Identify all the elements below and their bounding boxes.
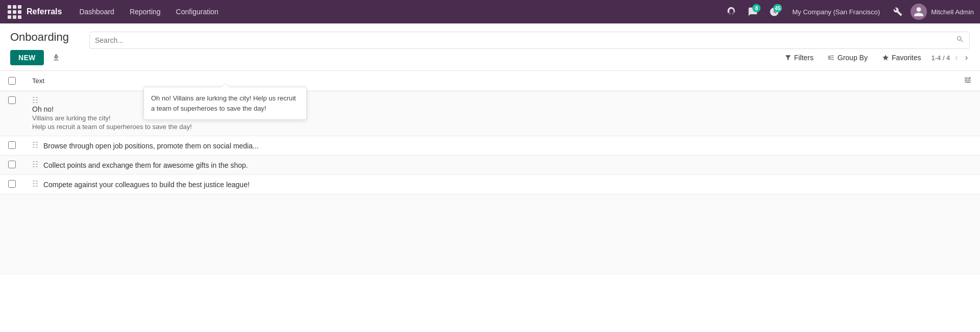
groupby-button[interactable]: Group By	[822, 50, 874, 65]
svg-rect-0	[33, 97, 35, 98]
download-button[interactable]	[48, 50, 64, 65]
row-handle-icon[interactable]	[32, 180, 38, 187]
row-text-line1: Oh no!	[32, 105, 947, 113]
row-checkbox[interactable]	[8, 96, 16, 104]
chat-badge: 8	[752, 4, 761, 12]
apps-menu-button[interactable]	[6, 4, 22, 20]
filters-label: Filters	[794, 54, 814, 62]
row-checkbox[interactable]	[8, 161, 16, 168]
toolbar: NEW Filters Group By Favorites 1-4 / 4 ‹…	[10, 50, 970, 70]
company-name[interactable]: My Company (San Francisco)	[787, 8, 885, 16]
page-title: Onboarding	[10, 31, 69, 44]
svg-rect-23	[36, 186, 38, 187]
svg-rect-7	[36, 142, 38, 143]
filters-button[interactable]: Filters	[778, 50, 820, 65]
svg-rect-22	[33, 186, 35, 187]
svg-rect-12	[33, 161, 35, 162]
column-adjust-icon[interactable]	[964, 78, 972, 86]
subheader: Onboarding NEW Filters Group By	[0, 23, 980, 71]
row-cell-text: Collect points and exchange them for awe…	[24, 156, 955, 175]
favorites-label: Favorites	[892, 54, 921, 62]
table-row[interactable]: Compete against your colleagues to build…	[0, 175, 980, 194]
row-handle-icon[interactable]	[32, 96, 38, 104]
svg-rect-2	[33, 99, 35, 100]
filter-controls: Filters Group By Favorites	[778, 50, 927, 65]
tooltip-trigger: Oh no! Villains are lurking the city! He…	[32, 105, 947, 131]
svg-rect-6	[33, 142, 35, 143]
pagination: 1-4 / 4 ‹ ›	[931, 52, 970, 63]
row-cell-text: Compete against your colleagues to build…	[24, 175, 955, 194]
table-row[interactable]: Oh no! Villains are lurking the city! He…	[0, 91, 980, 136]
row-text-line2: Villains are lurking the city!	[32, 114, 947, 122]
row-text: Browse through open job positions, promo…	[43, 142, 259, 150]
svg-rect-5	[36, 102, 38, 103]
chat-button[interactable]: 8	[744, 3, 762, 20]
activity-button[interactable]: 45	[766, 3, 783, 20]
favorites-button[interactable]: Favorites	[876, 50, 927, 65]
row-handle-icon[interactable]	[32, 141, 38, 148]
svg-rect-10	[33, 147, 35, 148]
data-table: Text	[0, 71, 980, 194]
svg-rect-21	[36, 183, 38, 184]
new-button[interactable]: NEW	[10, 50, 44, 65]
table-row[interactable]: Browse through open job positions, promo…	[0, 136, 980, 156]
svg-rect-8	[33, 144, 35, 145]
main-content: Text	[0, 71, 980, 275]
search-input[interactable]	[95, 36, 956, 44]
menu-item-dashboard[interactable]: Dashboard	[72, 5, 121, 19]
row-checkbox[interactable]	[8, 180, 16, 188]
svg-rect-18	[33, 181, 35, 182]
svg-rect-13	[36, 161, 38, 162]
svg-rect-16	[33, 166, 35, 167]
svg-rect-4	[33, 102, 35, 103]
svg-rect-9	[36, 144, 38, 145]
table-row[interactable]: Collect points and exchange them for awe…	[0, 156, 980, 175]
column-header-text: Text	[24, 71, 955, 91]
menu-item-configuration[interactable]: Configuration	[169, 5, 226, 19]
svg-rect-11	[36, 147, 38, 148]
svg-rect-1	[36, 97, 38, 98]
support-button[interactable]	[723, 3, 740, 20]
menu-item-reporting[interactable]: Reporting	[122, 5, 168, 19]
top-navigation: Referrals Dashboard Reporting Configurat…	[0, 0, 980, 23]
svg-rect-17	[36, 166, 38, 167]
row-cell-text: Oh no! Villains are lurking the city! He…	[24, 91, 955, 136]
topbar-right: 8 45 My Company (San Francisco) Mitchell…	[723, 3, 974, 20]
table-header: Text	[0, 71, 980, 91]
app-brand: Referrals	[27, 7, 62, 16]
svg-rect-3	[36, 99, 38, 100]
row-text: Compete against your colleagues to build…	[43, 181, 250, 189]
main-menu: Dashboard Reporting Configuration	[72, 5, 723, 19]
search-icon[interactable]	[956, 35, 964, 45]
next-page-button[interactable]: ›	[963, 52, 970, 63]
prev-page-button[interactable]: ‹	[953, 52, 960, 63]
row-checkbox[interactable]	[8, 141, 16, 149]
search-bar	[89, 32, 970, 49]
row-handle-icon[interactable]	[32, 161, 38, 168]
select-all-checkbox[interactable]	[8, 77, 16, 85]
activity-badge: 45	[773, 4, 782, 12]
user-name[interactable]: Mitchell Admin	[931, 8, 974, 16]
pagination-text: 1-4 / 4	[931, 54, 950, 62]
svg-rect-19	[36, 181, 38, 182]
row-text-line3: Help us recruit a team of superheroes to…	[32, 123, 947, 131]
row-text: Collect points and exchange them for awe…	[43, 161, 248, 169]
svg-rect-14	[33, 164, 35, 165]
groupby-label: Group By	[838, 54, 868, 62]
svg-rect-20	[33, 183, 35, 184]
row-cell-text: Browse through open job positions, promo…	[24, 136, 955, 156]
user-avatar[interactable]	[911, 4, 927, 20]
svg-rect-15	[36, 164, 38, 165]
settings-button[interactable]	[889, 3, 906, 20]
